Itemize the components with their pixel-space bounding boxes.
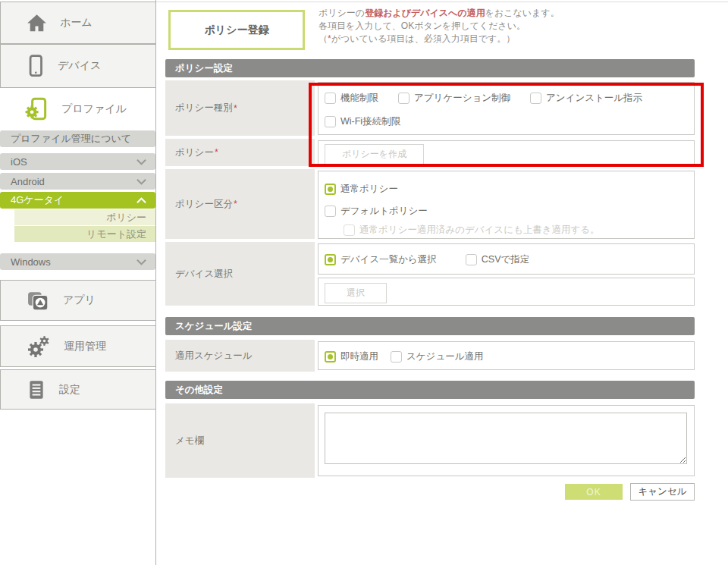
section-header-policy-settings: ポリシー設定 xyxy=(165,59,695,77)
checkbox-apply-on-schedule[interactable]: スケジュール適用 xyxy=(391,350,483,363)
home-icon xyxy=(27,14,47,33)
device-select-button-box: 選択 xyxy=(318,278,695,306)
checkbox-checked-icon xyxy=(325,254,336,265)
checkbox-checked-icon xyxy=(325,351,336,363)
profile-icon xyxy=(24,96,50,122)
policy-type-options-box: 機能制限 アプリケーション制御 アンインストール指示 Wi-Fi接続制限 xyxy=(318,82,695,135)
sidebar-subnav-label: プロファイル管理について xyxy=(11,132,131,146)
memo-textarea[interactable] xyxy=(325,413,687,464)
sidebar-item-label: デバイス xyxy=(58,59,101,73)
checkbox-specify-by-csv[interactable]: CSVで指定 xyxy=(466,253,530,266)
chevron-down-icon xyxy=(136,178,146,185)
checkbox-application-control[interactable]: アプリケーション制御 xyxy=(398,92,510,105)
sidebar-group-label: iOS xyxy=(11,156,27,168)
ok-button[interactable]: OK xyxy=(565,484,623,500)
required-mark: * xyxy=(234,103,237,114)
sidebar-item-label: プロファイル xyxy=(61,102,127,116)
chevron-down-icon xyxy=(136,159,146,165)
apps-icon xyxy=(27,290,50,312)
checkbox-checked-icon xyxy=(325,184,336,195)
sidebar-item-operations[interactable]: 運用管理 xyxy=(0,325,156,367)
checkbox-overwrite-applied-devices[interactable]: 通常ポリシー適用済みのデバイスにも上書き適用する。 xyxy=(344,224,688,237)
checkbox-icon xyxy=(530,93,541,104)
apply-schedule-options-box: 即時適用 スケジュール適用 xyxy=(318,341,695,370)
checkbox-normal-policy[interactable]: 通常ポリシー xyxy=(325,183,688,196)
device-icon xyxy=(27,55,45,77)
sidebar-group-4g-keitai[interactable]: 4Gケータイ xyxy=(0,192,155,209)
field-label-policy: ポリシー* xyxy=(165,139,315,166)
sidebar-item-device[interactable]: デバイス xyxy=(0,44,156,88)
required-mark: * xyxy=(215,147,218,158)
checkbox-icon xyxy=(325,206,336,217)
field-label-device-select: デバイス選択 xyxy=(165,242,315,306)
section-header-schedule-settings: スケジュール設定 xyxy=(165,317,695,335)
sidebar-subitem-remote-settings[interactable]: リモート設定 xyxy=(14,226,155,242)
checkbox-icon xyxy=(466,254,477,265)
gears-icon xyxy=(27,334,51,359)
checkbox-icon xyxy=(325,93,336,104)
sidebar-item-home[interactable]: ホーム xyxy=(0,2,156,44)
chevron-down-icon xyxy=(136,259,146,265)
chevron-up-icon xyxy=(136,197,146,204)
sidebar-item-label: アプリ xyxy=(63,293,96,307)
sidebar-subitem-label: ポリシー xyxy=(106,211,146,224)
document-icon xyxy=(27,379,46,400)
sidebar-group-windows[interactable]: Windows xyxy=(0,253,155,270)
description-emphasis: 登録およびデバイスへの適用 xyxy=(365,8,485,18)
sidebar-group-ios[interactable]: iOS xyxy=(0,153,155,170)
policy-create-box: ポリシーを作成 xyxy=(318,140,695,165)
checkbox-wifi-restriction[interactable]: Wi-Fi接続制限 xyxy=(325,115,400,128)
sidebar-group-android[interactable]: Android xyxy=(0,173,155,190)
policy-class-options-box: 通常ポリシー デフォルトポリシー 通常ポリシー適用済みのデバイスにも上書き適用す… xyxy=(318,171,695,239)
policy-registration-page: ホーム デバイス プロファイル プロファイル管理 xyxy=(0,0,728,565)
sidebar-item-settings[interactable]: 設定 xyxy=(0,369,156,410)
page-title: ポリシー登録 xyxy=(168,10,305,50)
sidebar-group-label: 4Gケータイ xyxy=(11,193,64,207)
field-label-memo: メモ欄 xyxy=(165,403,315,478)
checkbox-icon xyxy=(398,93,410,104)
field-label-apply-schedule: 適用スケジュール xyxy=(165,340,315,372)
checkbox-default-policy[interactable]: デフォルトポリシー xyxy=(325,205,688,218)
sidebar-group-label: Android xyxy=(11,176,45,187)
memo-box xyxy=(318,405,695,476)
field-label-policy-type: ポリシー種別* xyxy=(165,80,315,136)
checkbox-apply-immediately[interactable]: 即時適用 xyxy=(325,350,378,363)
sidebar-group-label: Windows xyxy=(11,256,51,268)
sidebar-item-label: ホーム xyxy=(60,16,93,30)
sidebar-item-label: 設定 xyxy=(59,383,80,397)
sidebar-item-profile[interactable]: プロファイル xyxy=(0,89,155,129)
description-line-2: 各項目を入力して、OKボタンを押してください。 xyxy=(318,20,560,33)
select-device-button[interactable]: 選択 xyxy=(325,283,387,303)
sidebar-item-label: 運用管理 xyxy=(64,340,106,353)
sidebar-subitem-policy[interactable]: ポリシー xyxy=(14,209,155,225)
description-line-1: ポリシーの登録およびデバイスへの適用をおこないます。 xyxy=(318,7,560,20)
create-policy-button[interactable]: ポリシーを作成 xyxy=(325,144,424,165)
field-label-policy-class: ポリシー区分* xyxy=(165,169,315,239)
description-line-3: （*がついている項目は、必須入力項目です。） xyxy=(318,33,560,46)
page-description: ポリシーの登録およびデバイスへの適用をおこないます。 各項目を入力して、OKボタ… xyxy=(318,7,560,46)
section-header-other-settings: その他設定 xyxy=(165,381,695,399)
sidebar-item-profile-about[interactable]: プロファイル管理について xyxy=(0,130,155,147)
device-select-options-box: デバイス一覧から選択 CSVで指定 xyxy=(318,243,695,275)
checkbox-icon xyxy=(325,116,336,127)
checkbox-icon xyxy=(344,224,355,236)
main-content: ポリシー登録 ポリシーの登録およびデバイスへの適用をおこないます。 各項目を入力… xyxy=(165,0,695,565)
checkbox-uninstall-instruction[interactable]: アンインストール指示 xyxy=(530,92,642,105)
checkbox-icon xyxy=(391,351,402,363)
cancel-button[interactable]: キャンセル xyxy=(630,483,695,501)
checkbox-select-from-device-list[interactable]: デバイス一覧から選択 xyxy=(325,253,437,266)
sidebar-item-apps[interactable]: アプリ xyxy=(0,280,156,321)
checkbox-function-restriction[interactable]: 機能制限 xyxy=(325,92,378,105)
sidebar-subitem-label: リモート設定 xyxy=(86,228,146,241)
required-mark: * xyxy=(234,199,237,209)
